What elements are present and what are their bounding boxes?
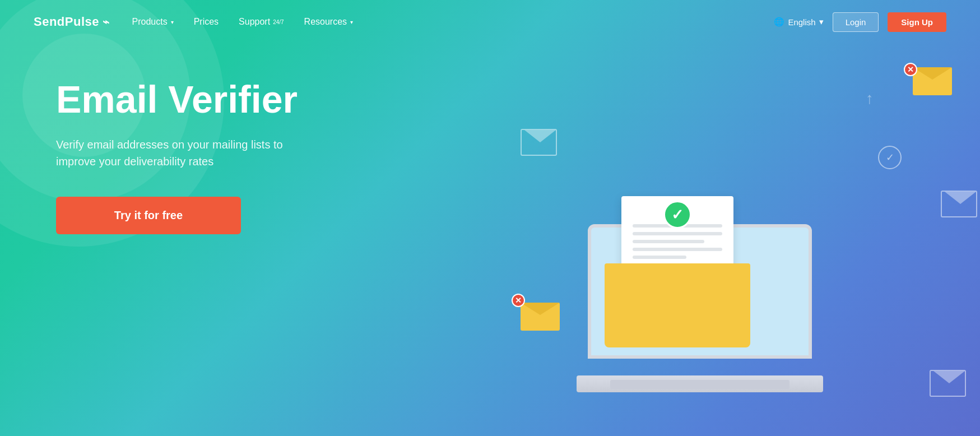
hero-title: Email Verifier — [56, 78, 325, 120]
laptop-body — [577, 375, 823, 392]
main-envelope: ✓ — [605, 241, 750, 347]
lang-label: English — [788, 17, 815, 27]
lang-arrow-icon: ▾ — [819, 17, 824, 27]
error-badge-bottom: ✕ — [512, 294, 525, 307]
check-circle-icon: ✓ — [663, 201, 691, 229]
hero-section: SendPulse ⌁ Products ▾ Prices Support24/… — [0, 0, 980, 436]
envelope-body — [605, 263, 750, 347]
login-button[interactable]: Login — [833, 12, 879, 32]
error-badge-top: ✕ — [904, 63, 917, 76]
logo-text: SendPulse — [34, 15, 99, 29]
language-selector[interactable]: 🌐 English ▾ — [774, 17, 823, 27]
small-envelope-body-2 — [521, 303, 560, 331]
navbar: SendPulse ⌁ Products ▾ Prices Support24/… — [0, 0, 980, 44]
small-envelope-2 — [521, 303, 560, 331]
nav-prices[interactable]: Prices — [194, 17, 219, 27]
products-arrow-icon: ▾ — [171, 19, 174, 25]
support-badge: 24/7 — [273, 19, 284, 25]
globe-icon: 🌐 — [774, 17, 784, 27]
outline-envelope — [521, 129, 557, 156]
outline-envelope-3 — [930, 370, 966, 397]
resources-arrow-icon: ▾ — [350, 19, 353, 25]
nav-products[interactable]: Products ▾ — [132, 17, 173, 27]
outline-envelope-2 — [941, 191, 977, 217]
logo-icon: ⌁ — [103, 15, 110, 29]
signup-button[interactable]: Sign Up — [888, 12, 946, 32]
letter-line — [633, 232, 722, 235]
hero-subtitle: Verify email addresses on your mailing l… — [56, 136, 325, 170]
logo[interactable]: SendPulse ⌁ — [34, 15, 109, 29]
nav-links: Products ▾ Prices Support24/7 Resources … — [132, 17, 774, 27]
outline-check-icon: ✓ — [878, 146, 902, 169]
laptop-keyboard — [610, 380, 789, 389]
up-arrow-icon: ↑ — [866, 90, 874, 108]
hero-illustration: ✓ ✕ — [509, 34, 946, 403]
try-free-button[interactable]: Try it for free — [56, 197, 241, 234]
letter-line — [633, 256, 686, 259]
nav-support[interactable]: Support24/7 — [239, 17, 284, 27]
nav-right: 🌐 English ▾ Login Sign Up — [774, 12, 946, 32]
letter-line — [633, 248, 722, 251]
nav-resources[interactable]: Resources ▾ — [304, 17, 353, 27]
letter-line — [633, 240, 704, 243]
hero-content: Email Verifier Verify email addresses on… — [56, 78, 325, 234]
small-envelope — [913, 67, 952, 95]
small-envelope-body — [913, 67, 952, 95]
